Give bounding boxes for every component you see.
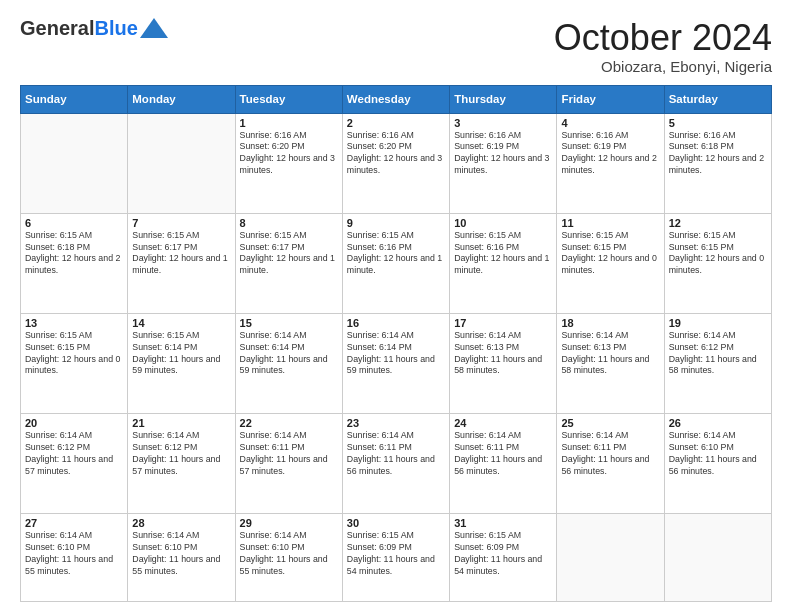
table-row: 2Sunrise: 6:16 AM Sunset: 6:20 PM Daylig…: [342, 113, 449, 213]
day-number: 16: [347, 317, 445, 329]
day-info: Sunrise: 6:15 AM Sunset: 6:09 PM Dayligh…: [454, 530, 552, 578]
day-info: Sunrise: 6:14 AM Sunset: 6:12 PM Dayligh…: [25, 430, 123, 478]
day-info: Sunrise: 6:14 AM Sunset: 6:11 PM Dayligh…: [561, 430, 659, 478]
day-number: 4: [561, 117, 659, 129]
table-row: [128, 113, 235, 213]
calendar-table: Sunday Monday Tuesday Wednesday Thursday…: [20, 85, 772, 602]
table-row: [664, 514, 771, 602]
day-info: Sunrise: 6:14 AM Sunset: 6:14 PM Dayligh…: [347, 330, 445, 378]
table-row: 29Sunrise: 6:14 AM Sunset: 6:10 PM Dayli…: [235, 514, 342, 602]
table-row: 24Sunrise: 6:14 AM Sunset: 6:11 PM Dayli…: [450, 413, 557, 513]
calendar-week-row: 13Sunrise: 6:15 AM Sunset: 6:15 PM Dayli…: [21, 313, 772, 413]
day-info: Sunrise: 6:15 AM Sunset: 6:14 PM Dayligh…: [132, 330, 230, 378]
day-number: 2: [347, 117, 445, 129]
day-number: 18: [561, 317, 659, 329]
calendar-header-row: Sunday Monday Tuesday Wednesday Thursday…: [21, 85, 772, 113]
col-tuesday: Tuesday: [235, 85, 342, 113]
day-info: Sunrise: 6:14 AM Sunset: 6:10 PM Dayligh…: [25, 530, 123, 578]
day-number: 27: [25, 517, 123, 529]
day-info: Sunrise: 6:15 AM Sunset: 6:17 PM Dayligh…: [132, 230, 230, 278]
day-info: Sunrise: 6:14 AM Sunset: 6:10 PM Dayligh…: [669, 430, 767, 478]
day-info: Sunrise: 6:16 AM Sunset: 6:18 PM Dayligh…: [669, 130, 767, 178]
day-number: 9: [347, 217, 445, 229]
col-monday: Monday: [128, 85, 235, 113]
table-row: 11Sunrise: 6:15 AM Sunset: 6:15 PM Dayli…: [557, 213, 664, 313]
day-info: Sunrise: 6:15 AM Sunset: 6:18 PM Dayligh…: [25, 230, 123, 278]
day-number: 26: [669, 417, 767, 429]
day-number: 3: [454, 117, 552, 129]
table-row: 23Sunrise: 6:14 AM Sunset: 6:11 PM Dayli…: [342, 413, 449, 513]
location: Obiozara, Ebonyi, Nigeria: [554, 58, 772, 75]
day-number: 14: [132, 317, 230, 329]
table-row: 13Sunrise: 6:15 AM Sunset: 6:15 PM Dayli…: [21, 313, 128, 413]
table-row: 26Sunrise: 6:14 AM Sunset: 6:10 PM Dayli…: [664, 413, 771, 513]
day-info: Sunrise: 6:16 AM Sunset: 6:19 PM Dayligh…: [454, 130, 552, 178]
table-row: [557, 514, 664, 602]
day-number: 21: [132, 417, 230, 429]
table-row: 5Sunrise: 6:16 AM Sunset: 6:18 PM Daylig…: [664, 113, 771, 213]
day-info: Sunrise: 6:15 AM Sunset: 6:15 PM Dayligh…: [669, 230, 767, 278]
table-row: 28Sunrise: 6:14 AM Sunset: 6:10 PM Dayli…: [128, 514, 235, 602]
calendar-week-row: 20Sunrise: 6:14 AM Sunset: 6:12 PM Dayli…: [21, 413, 772, 513]
table-row: 10Sunrise: 6:15 AM Sunset: 6:16 PM Dayli…: [450, 213, 557, 313]
logo-general-text: General: [20, 18, 94, 38]
table-row: 22Sunrise: 6:14 AM Sunset: 6:11 PM Dayli…: [235, 413, 342, 513]
day-info: Sunrise: 6:14 AM Sunset: 6:13 PM Dayligh…: [561, 330, 659, 378]
table-row: 12Sunrise: 6:15 AM Sunset: 6:15 PM Dayli…: [664, 213, 771, 313]
svg-marker-0: [140, 18, 168, 38]
col-friday: Friday: [557, 85, 664, 113]
day-number: 17: [454, 317, 552, 329]
table-row: 7Sunrise: 6:15 AM Sunset: 6:17 PM Daylig…: [128, 213, 235, 313]
day-number: 8: [240, 217, 338, 229]
day-number: 5: [669, 117, 767, 129]
table-row: 3Sunrise: 6:16 AM Sunset: 6:19 PM Daylig…: [450, 113, 557, 213]
table-row: 27Sunrise: 6:14 AM Sunset: 6:10 PM Dayli…: [21, 514, 128, 602]
table-row: 19Sunrise: 6:14 AM Sunset: 6:12 PM Dayli…: [664, 313, 771, 413]
day-info: Sunrise: 6:14 AM Sunset: 6:12 PM Dayligh…: [132, 430, 230, 478]
day-info: Sunrise: 6:15 AM Sunset: 6:16 PM Dayligh…: [454, 230, 552, 278]
day-number: 29: [240, 517, 338, 529]
table-row: 17Sunrise: 6:14 AM Sunset: 6:13 PM Dayli…: [450, 313, 557, 413]
day-number: 22: [240, 417, 338, 429]
calendar-week-row: 1Sunrise: 6:16 AM Sunset: 6:20 PM Daylig…: [21, 113, 772, 213]
table-row: 25Sunrise: 6:14 AM Sunset: 6:11 PM Dayli…: [557, 413, 664, 513]
table-row: 18Sunrise: 6:14 AM Sunset: 6:13 PM Dayli…: [557, 313, 664, 413]
logo: GeneralBlue: [20, 18, 168, 38]
table-row: [21, 113, 128, 213]
table-row: 15Sunrise: 6:14 AM Sunset: 6:14 PM Dayli…: [235, 313, 342, 413]
day-info: Sunrise: 6:14 AM Sunset: 6:13 PM Dayligh…: [454, 330, 552, 378]
table-row: 4Sunrise: 6:16 AM Sunset: 6:19 PM Daylig…: [557, 113, 664, 213]
header: GeneralBlue October 2024 Obiozara, Ebony…: [20, 18, 772, 75]
day-info: Sunrise: 6:16 AM Sunset: 6:20 PM Dayligh…: [347, 130, 445, 178]
logo-area: GeneralBlue: [20, 18, 168, 38]
day-number: 11: [561, 217, 659, 229]
logo-blue-text: Blue: [94, 18, 137, 38]
day-info: Sunrise: 6:15 AM Sunset: 6:15 PM Dayligh…: [25, 330, 123, 378]
col-wednesday: Wednesday: [342, 85, 449, 113]
col-sunday: Sunday: [21, 85, 128, 113]
day-info: Sunrise: 6:16 AM Sunset: 6:19 PM Dayligh…: [561, 130, 659, 178]
table-row: 1Sunrise: 6:16 AM Sunset: 6:20 PM Daylig…: [235, 113, 342, 213]
table-row: 31Sunrise: 6:15 AM Sunset: 6:09 PM Dayli…: [450, 514, 557, 602]
col-thursday: Thursday: [450, 85, 557, 113]
table-row: 30Sunrise: 6:15 AM Sunset: 6:09 PM Dayli…: [342, 514, 449, 602]
day-number: 19: [669, 317, 767, 329]
day-info: Sunrise: 6:16 AM Sunset: 6:20 PM Dayligh…: [240, 130, 338, 178]
day-number: 1: [240, 117, 338, 129]
calendar-week-row: 6Sunrise: 6:15 AM Sunset: 6:18 PM Daylig…: [21, 213, 772, 313]
table-row: 20Sunrise: 6:14 AM Sunset: 6:12 PM Dayli…: [21, 413, 128, 513]
day-info: Sunrise: 6:15 AM Sunset: 6:09 PM Dayligh…: [347, 530, 445, 578]
day-info: Sunrise: 6:14 AM Sunset: 6:14 PM Dayligh…: [240, 330, 338, 378]
day-info: Sunrise: 6:14 AM Sunset: 6:12 PM Dayligh…: [669, 330, 767, 378]
day-number: 28: [132, 517, 230, 529]
day-number: 30: [347, 517, 445, 529]
day-info: Sunrise: 6:15 AM Sunset: 6:17 PM Dayligh…: [240, 230, 338, 278]
day-number: 31: [454, 517, 552, 529]
day-number: 24: [454, 417, 552, 429]
page: GeneralBlue October 2024 Obiozara, Ebony…: [0, 0, 792, 612]
day-info: Sunrise: 6:14 AM Sunset: 6:11 PM Dayligh…: [454, 430, 552, 478]
day-info: Sunrise: 6:15 AM Sunset: 6:15 PM Dayligh…: [561, 230, 659, 278]
day-number: 23: [347, 417, 445, 429]
day-number: 10: [454, 217, 552, 229]
table-row: 21Sunrise: 6:14 AM Sunset: 6:12 PM Dayli…: [128, 413, 235, 513]
